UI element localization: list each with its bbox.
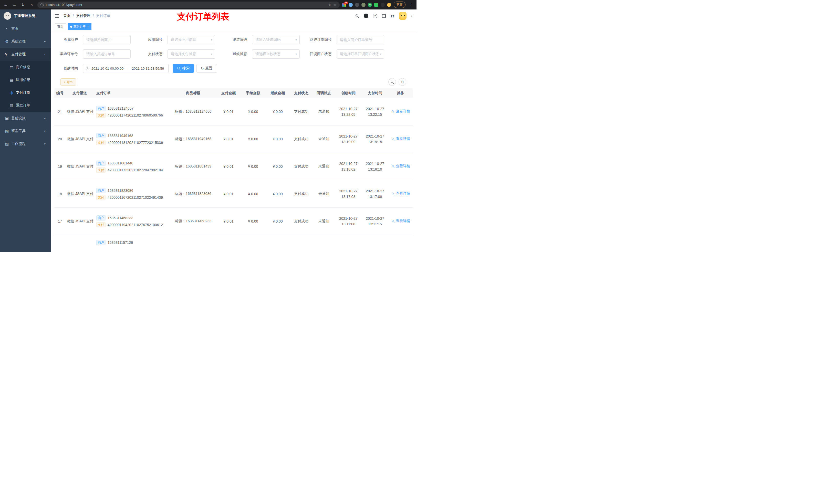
pay-transaction-no: 4200001167202110271022491439 — [108, 195, 163, 199]
merchant-input[interactable] — [83, 35, 130, 44]
cell-refund: ¥ 0.00 — [265, 219, 290, 223]
merchant-tag: 商户 — [96, 215, 105, 220]
hamburger-icon[interactable] — [55, 14, 59, 18]
refresh-table-button[interactable]: ↻ — [399, 78, 406, 86]
browser-toolbar: ← → ↻ ⌂ i localhost:1024/pay/order ⇧ ☆ 1… — [0, 0, 416, 9]
table-row: 17 微信 JSAPI 支付 商户 1635311468233 支付 42000… — [54, 208, 413, 235]
search-icon — [392, 220, 395, 222]
user-avatar[interactable] — [399, 12, 406, 20]
search-icon — [392, 165, 395, 168]
cell-refund: ¥ 0.00 — [265, 192, 290, 196]
app-title: 芋道管理系统 — [14, 14, 35, 18]
refresh-icon: ↻ — [401, 80, 404, 84]
cell-create-time: 2021-10-2713:17:03 — [335, 188, 362, 199]
chevron-down-icon: ▾ — [211, 38, 212, 42]
sidebar-item-workflow[interactable]: ▨ 工作流程 ▾ — [0, 138, 51, 150]
sidebar-item-app-info[interactable]: ▦ 应用信息 — [0, 73, 51, 86]
extension-vue-icon[interactable]: V — [368, 3, 372, 7]
extension-gray-icon[interactable] — [361, 3, 365, 7]
cell-action: 查看详情 — [388, 137, 413, 142]
home-icon[interactable]: ⌂ — [29, 2, 35, 8]
cell-channel: 微信 JSAPI 支付 — [66, 192, 94, 196]
cell-create-time: 2021-10-2713:22:05 — [335, 106, 362, 117]
date-start: 2021-10-01 00:00:00 — [91, 67, 123, 70]
sidebar-item-pay-order[interactable]: ◎ 支付订单 — [0, 86, 51, 99]
view-detail-link[interactable]: 查看详情 — [391, 219, 410, 223]
sidebar-item-system[interactable]: ⚙ 系统管理 ▾ — [0, 35, 51, 48]
create-time-range-input[interactable]: 2021-10-01 00:00:00 - 2021-10-31 23:59:5… — [83, 64, 169, 73]
view-detail-link[interactable]: 查看详情 — [391, 164, 410, 169]
cell-create-time: 2021-10-2713:19:09 — [335, 134, 362, 145]
back-icon[interactable]: ← — [3, 2, 9, 8]
search-icon — [390, 80, 394, 84]
user-caret-icon[interactable]: ▾ — [411, 15, 412, 18]
sidebar-item-home[interactable]: ◔ 首页 — [0, 22, 51, 35]
tab-home[interactable]: 首页 — [55, 23, 66, 30]
share-icon[interactable]: ⇧ — [328, 3, 331, 7]
browser-menu-icon[interactable]: ⋮ — [408, 3, 414, 7]
refund-status-select[interactable]: 请选择退款状态 ▾ — [252, 49, 300, 58]
view-detail-link[interactable]: 查看详情 — [391, 137, 410, 141]
extension-face-icon[interactable] — [387, 3, 391, 7]
search-icon[interactable] — [355, 14, 359, 18]
filter-row-1: 所属商户 应用编号 请选择应用信息 ▾ 渠道编码 请输入渠道编码 ▾ — [51, 35, 416, 44]
cell-pay-time: 2021-10-2713:17:08 — [362, 188, 388, 199]
extension-dark-icon[interactable] — [355, 3, 359, 7]
pay-tag: 支付 — [96, 167, 105, 173]
close-icon[interactable]: × — [87, 25, 89, 28]
search-icon — [177, 67, 181, 70]
export-button[interactable]: ↓ 导出 — [61, 78, 76, 86]
breadcrumb-payment[interactable]: 支付管理 — [76, 14, 90, 18]
sidebar-item-merchant-info[interactable]: ▤ 商户信息 — [0, 61, 51, 73]
merchant-tag: 商户 — [96, 106, 105, 111]
view-detail-link[interactable]: 查看详情 — [391, 109, 410, 114]
sidebar-item-infrastructure[interactable]: ▣ 基础设施 ▾ — [0, 112, 51, 125]
extension-chat-icon[interactable] — [374, 3, 378, 7]
pay-status-select[interactable]: 请选择支付状态 ▾ — [168, 49, 215, 58]
sidebar-item-refund-order[interactable]: ▥ 退款订单 — [0, 99, 51, 112]
extension-pin-icon[interactable] — [381, 3, 385, 7]
extension-drop-icon[interactable] — [349, 3, 353, 7]
extension-grid-icon[interactable]: 10 — [342, 3, 346, 7]
url-text[interactable]: localhost:1024/pay/order — [46, 3, 326, 7]
refresh-icon: ↻ — [201, 66, 204, 70]
table-row: 21 微信 JSAPI 支付 商户 1635312124657 支付 42000… — [54, 98, 413, 125]
channel-code-select[interactable]: 请输入渠道编码 ▾ — [252, 35, 300, 44]
search-button[interactable]: 搜索 — [173, 64, 194, 73]
help-icon[interactable]: ? — [373, 14, 377, 18]
breadcrumb-home[interactable]: 首页 — [63, 14, 70, 18]
sidebar-item-payment[interactable]: ¥ 支付管理 ▴ — [0, 48, 51, 61]
clock-icon — [86, 67, 89, 70]
browser-update-button[interactable]: 更新 — [394, 2, 405, 8]
workflow-icon: ▨ — [5, 142, 11, 146]
merchant-order-no-input[interactable] — [337, 35, 384, 44]
address-bar[interactable]: i localhost:1024/pay/order ⇧ ☆ — [38, 2, 340, 8]
fullscreen-icon[interactable] — [382, 14, 386, 18]
table-row: 20 微信 JSAPI 支付 商户 1635311949168 支付 42000… — [54, 125, 413, 153]
cell-create-time: 2021-10-2713:18:02 — [335, 161, 362, 172]
toggle-search-button[interactable] — [388, 78, 396, 86]
callback-status-select[interactable]: 请选择订单回调商户状态 ▾ — [337, 49, 384, 58]
bookmark-star-icon[interactable]: ☆ — [333, 3, 337, 7]
cell-fee: ¥ 0.00 — [241, 192, 265, 196]
reload-icon[interactable]: ↻ — [20, 2, 26, 8]
cell-pay-time: 2021-10-2713:22:15 — [362, 106, 388, 117]
font-size-icon[interactable]: TT — [390, 14, 394, 18]
cell-status: 支付成功 — [290, 110, 312, 114]
pay-transaction-no: 4200001173202110272847982104 — [108, 168, 163, 172]
reset-button[interactable]: ↻ 重置 — [196, 64, 217, 73]
field-label: 所属商户 — [52, 38, 83, 42]
cell-fee: ¥ 0.00 — [241, 137, 265, 141]
forward-icon[interactable]: → — [11, 2, 18, 8]
view-detail-link[interactable]: 查看详情 — [391, 191, 410, 196]
tab-pay-order[interactable]: 支付订单 × — [68, 23, 91, 30]
field-label: 创建时间 — [52, 66, 83, 71]
github-icon[interactable] — [364, 14, 368, 18]
site-info-icon[interactable]: i — [41, 3, 44, 6]
channel-order-no-input[interactable] — [83, 49, 130, 58]
app-select[interactable]: 请选择应用信息 ▾ — [168, 35, 215, 44]
sidebar-item-dev-tools[interactable]: ▧ 研发工具 ▾ — [0, 125, 51, 138]
pay-tag: 支付 — [96, 140, 105, 145]
pay-tag: 支付 — [96, 195, 105, 200]
cell-id: 20 — [54, 137, 66, 141]
